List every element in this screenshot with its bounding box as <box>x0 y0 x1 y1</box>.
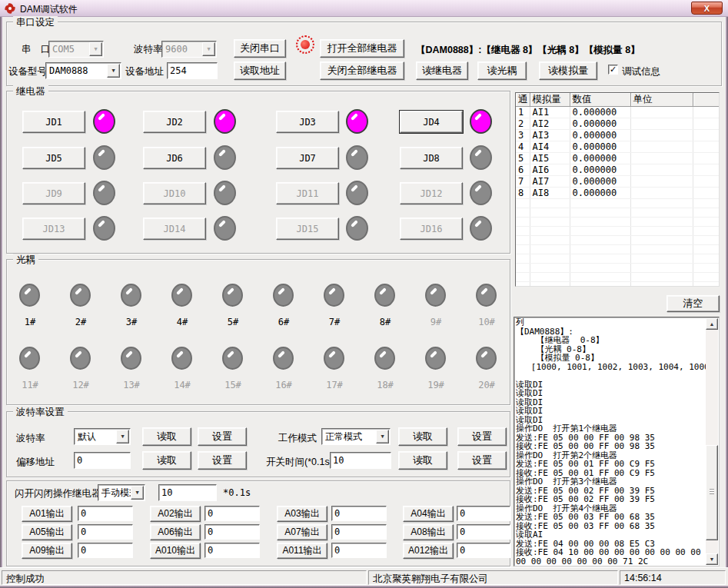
debug-checkbox[interactable]: ✓ <box>608 65 618 75</box>
col-header-value[interactable]: 数值 <box>570 93 630 107</box>
output-input-a01[interactable] <box>78 506 133 521</box>
work-mode-read-button[interactable]: 读取 <box>398 427 447 446</box>
baudrate-select[interactable]: 默认 ▼ <box>74 428 131 445</box>
app-window: DAM调试软件 X 串口设定 串 口 COM5 ▼ 波特率 9600 ▼ 关闭串… <box>0 0 728 588</box>
output-button-a010[interactable]: A010输出 <box>150 543 201 559</box>
address-input[interactable] <box>167 62 218 79</box>
output-input-a05[interactable] <box>78 524 133 540</box>
relay-button-jd5[interactable]: JD5 <box>22 147 85 169</box>
clear-log-button[interactable]: 清空 <box>667 295 720 312</box>
output-input-a012[interactable] <box>457 543 510 558</box>
baud-label: 波特率 <box>134 43 163 56</box>
output-input-a04[interactable] <box>457 506 510 521</box>
work-mode-set-button[interactable]: 设置 <box>457 427 507 446</box>
table-row[interactable]: 7AI70.000000 <box>516 176 720 188</box>
output-input-a09[interactable] <box>78 543 133 558</box>
opto-label-18: 18# <box>370 380 401 390</box>
relay-button-jd3[interactable]: JD3 <box>276 111 339 133</box>
output-button-a07[interactable]: A07输出 <box>277 524 327 540</box>
table-row[interactable]: 3AI30.000000 <box>516 130 720 141</box>
output-button-a02[interactable]: A02输出 <box>150 506 201 522</box>
close-button[interactable]: X <box>691 2 723 15</box>
title-bar[interactable]: DAM调试软件 X <box>0 0 728 17</box>
output-button-a011[interactable]: A011输出 <box>277 543 327 559</box>
read-address-button[interactable]: 读取地址 <box>234 61 286 80</box>
opto-label-15: 15# <box>218 380 248 390</box>
relay-button-jd4[interactable]: JD4 <box>400 111 463 133</box>
switch-time-set-button[interactable]: 设置 <box>457 451 507 470</box>
output-input-a010[interactable] <box>204 543 260 558</box>
offset-input[interactable] <box>74 452 131 469</box>
table-empty-row <box>516 208 720 218</box>
output-input-a011[interactable] <box>331 543 387 558</box>
offset-read-button[interactable]: 读取 <box>142 451 191 470</box>
app-logo-icon <box>4 2 16 15</box>
output-button-a08[interactable]: A08输出 <box>403 524 454 540</box>
table-row[interactable]: 2AI20.000000 <box>516 118 720 130</box>
chevron-down-icon: ▼ <box>107 64 120 78</box>
relay-led-jd8 <box>470 145 492 170</box>
switch-time-read-button[interactable]: 读取 <box>398 451 447 470</box>
scroll-down-button[interactable]: ▼ <box>706 553 718 565</box>
scroll-up-button[interactable]: ▲ <box>706 318 718 330</box>
flash-mode-select[interactable]: 手动模式 ▼ <box>98 484 145 501</box>
offset-set-button[interactable]: 设置 <box>198 451 247 470</box>
baudrate-set-button[interactable]: 设置 <box>198 427 247 446</box>
relay-button-jd8[interactable]: JD8 <box>400 147 463 169</box>
model-select[interactable]: DAM0888 ▼ <box>45 62 121 79</box>
col-header-analog[interactable]: 模拟量 <box>530 93 570 107</box>
log-scrollbar[interactable]: ▲ ▼ <box>706 318 718 565</box>
table-row[interactable]: 8AI80.000000 <box>516 188 720 199</box>
baud-settings-group-label: 波特率设置 <box>13 406 68 419</box>
opto-label-13: 13# <box>116 380 147 390</box>
close-all-relays-button[interactable]: 关闭全部继电器 <box>320 61 404 80</box>
relay-button-jd2[interactable]: JD2 <box>143 111 206 133</box>
output-button-a03[interactable]: A03输出 <box>277 506 327 522</box>
opto-led-7 <box>324 284 344 307</box>
output-input-a08[interactable] <box>457 524 510 540</box>
table-row[interactable]: 1AI10.000000 <box>516 107 720 118</box>
output-input-a02[interactable] <box>204 506 260 521</box>
flash-operate-group: 闪开闪闭操作继电器 手动模式 ▼ *0.1s A01输出 A02输出 A03输出… <box>6 480 510 566</box>
read-relay-button[interactable]: 读继电器 <box>416 61 468 80</box>
work-mode-select[interactable]: 正常模式 ▼ <box>321 428 391 445</box>
flash-time-input[interactable] <box>158 484 217 501</box>
opto-label-9: 9# <box>421 317 451 327</box>
switch-time-input[interactable] <box>330 452 391 469</box>
output-input-a03[interactable] <box>331 506 387 521</box>
output-button-a09[interactable]: A09输出 <box>22 543 72 559</box>
output-button-a06[interactable]: A06输出 <box>150 524 201 540</box>
table-row[interactable]: 4AI40.000000 <box>516 141 720 153</box>
table-row[interactable]: 5AI50.000000 <box>516 153 720 164</box>
opto-group-label: 光耦 <box>13 254 38 267</box>
table-row[interactable]: 6AI60.000000 <box>516 164 720 176</box>
close-serial-button[interactable]: 关闭串口 <box>234 39 286 58</box>
output-button-a012[interactable]: A012输出 <box>403 543 454 559</box>
open-all-relays-button[interactable]: 打开全部继电器 <box>320 39 404 58</box>
col-header-extra[interactable] <box>693 93 720 107</box>
output-button-a04[interactable]: A04输出 <box>403 506 454 522</box>
relay-led-jd2 <box>214 109 236 134</box>
baudrate-read-button[interactable]: 读取 <box>142 427 191 446</box>
relay-button-jd7[interactable]: JD7 <box>276 147 339 169</box>
col-header-channel[interactable]: 通 <box>516 93 530 107</box>
chevron-down-icon: ▼ <box>202 42 215 56</box>
output-button-a05[interactable]: A05输出 <box>22 524 72 540</box>
relays-group: 继电器 JD1 JD2 JD3 JD4 JD5 JD6 JD7 JD8 JD9 … <box>6 91 510 254</box>
output-button-a01[interactable]: A01输出 <box>22 506 72 522</box>
address-label: 设备地址 <box>125 65 164 78</box>
port-label: 串 口 <box>22 43 51 56</box>
relay-button-jd6[interactable]: JD6 <box>143 147 206 169</box>
output-input-a06[interactable] <box>204 524 260 540</box>
opto-label-11: 11# <box>15 380 45 390</box>
relay-button-jd1[interactable]: JD1 <box>22 111 85 133</box>
read-analog-button[interactable]: 读模拟量 <box>539 61 597 80</box>
model-value: DAM0888 <box>49 65 88 76</box>
opto-led-19 <box>425 347 446 370</box>
table-empty-row <box>516 227 720 236</box>
read-opto-button[interactable]: 读光耦 <box>477 61 527 80</box>
output-input-a07[interactable] <box>331 524 387 540</box>
opto-led-4 <box>171 284 192 307</box>
col-header-unit[interactable]: 单位 <box>630 93 693 107</box>
scrollbar-thumb[interactable] <box>706 445 718 540</box>
